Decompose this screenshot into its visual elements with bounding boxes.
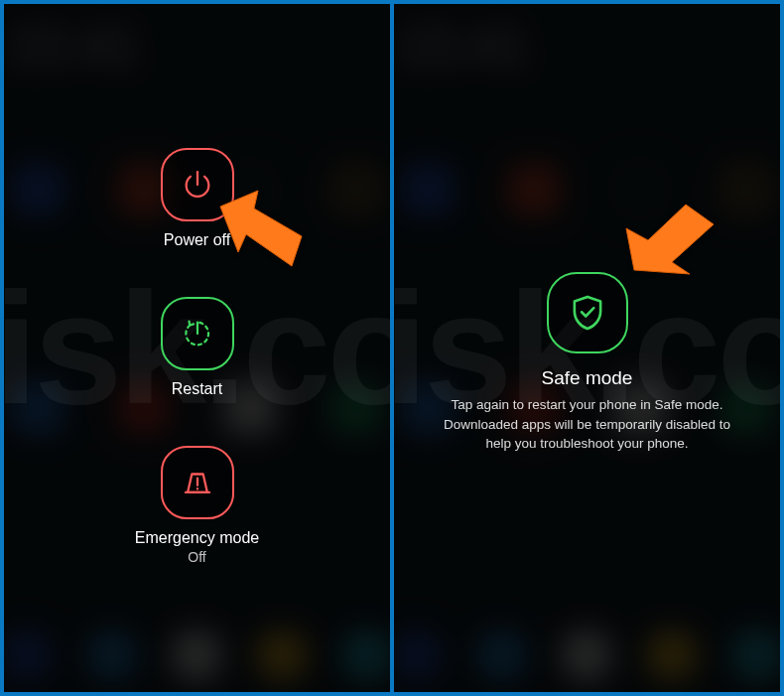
restart-button[interactable] — [161, 297, 234, 370]
safe-mode-option[interactable]: Safe mode Tap again to restart your phon… — [394, 272, 780, 454]
safe-mode-description: Tap again to restart your phone in Safe … — [434, 395, 741, 454]
power-off-option[interactable]: Power off — [4, 148, 390, 249]
screenshot-safe-mode: 15:41 risk.com — [394, 4, 780, 692]
emergency-button[interactable] — [161, 446, 234, 519]
screenshot-power-menu: 15:41 risk.com — [4, 4, 390, 692]
safe-mode-prompt: Safe mode Tap again to restart your phon… — [394, 4, 780, 692]
power-off-label: Power off — [164, 231, 230, 249]
safe-mode-button[interactable] — [547, 272, 628, 353]
emergency-sublabel: Off — [188, 549, 205, 565]
restart-option[interactable]: Restart — [4, 297, 390, 398]
emergency-label: Emergency mode — [135, 529, 259, 547]
restart-icon — [181, 317, 214, 350]
power-off-button[interactable] — [161, 148, 234, 221]
shield-check-icon — [567, 292, 608, 334]
emergency-mode-option[interactable]: Emergency mode Off — [4, 446, 390, 565]
safe-mode-title: Safe mode — [542, 367, 633, 389]
power-menu: Power off Restart — [4, 4, 390, 692]
tutorial-frame: 15:41 risk.com — [0, 0, 784, 696]
restart-label: Restart — [172, 380, 223, 398]
power-icon — [181, 168, 214, 202]
emergency-icon — [181, 466, 214, 499]
